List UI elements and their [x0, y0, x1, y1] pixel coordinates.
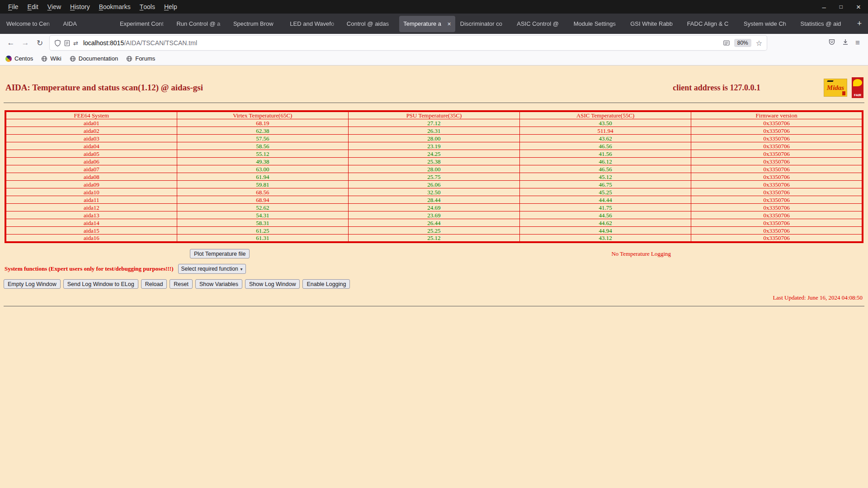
centos-icon [4, 54, 13, 63]
asic-temperature: 46.56 [520, 165, 691, 173]
forward-icon[interactable]: → [18, 36, 33, 50]
menu-edit[interactable]: Edit [23, 0, 43, 14]
tab-led-and-wavefo[interactable]: LED and Wavefo [286, 16, 341, 32]
virtex-temperature: 62.38 [177, 127, 348, 135]
shield-icon[interactable] [54, 40, 61, 47]
tab-label: GSI White Rabb [630, 20, 678, 27]
tab-strip: Welcome to CenAIDAExperiment ContRun Con… [0, 14, 868, 34]
downloads-icon[interactable] [842, 38, 849, 47]
firmware-version: 0x3350706 [691, 165, 863, 173]
bookmark-centos[interactable]: Centos [5, 55, 33, 62]
empty-log-window-button[interactable]: Empty Log Window [4, 279, 61, 289]
fee64-name: aida15 [5, 227, 177, 235]
midas-logo-text: Midas [827, 84, 844, 92]
bookmark-star-icon[interactable]: ☆ [756, 39, 762, 47]
firmware-version: 0x3350706 [691, 150, 863, 158]
tab-label: Statistics @ aid [801, 20, 848, 27]
page-info-icon[interactable] [64, 40, 70, 47]
show-variables-button[interactable]: Show Variables [195, 279, 242, 289]
permissions-icon[interactable]: ⇄ [73, 40, 78, 47]
tab-statistics-aid[interactable]: Statistics @ aid [797, 16, 852, 32]
fee64-name: aida10 [5, 188, 177, 196]
menu-view[interactable]: View [43, 0, 66, 14]
tab-run-control-a[interactable]: Run Control @ a [172, 16, 228, 32]
tab-label: Module Settings [574, 20, 621, 27]
table-body: aida0168.1927.1243.500x3350706aida0262.3… [5, 119, 863, 243]
reload-button[interactable]: Reload [141, 279, 167, 289]
app-menu-icon[interactable]: ≡ [855, 38, 860, 47]
tab-spectrum-brow[interactable]: Spectrum Brow [229, 16, 285, 32]
toolbar-right-icons: ≡ [824, 38, 864, 47]
asic-temperature: 44.44 [520, 196, 691, 204]
psu-temperature: 24.25 [348, 150, 519, 158]
asic-temperature: 46.12 [520, 158, 691, 165]
table-row: aida1458.3126.4444.620x3350706 [5, 219, 863, 227]
window-controls: – □ × [822, 3, 868, 11]
asic-temperature: 41.56 [520, 150, 691, 158]
psu-temperature: 32.50 [348, 188, 519, 196]
page-header: AIDA: Temperature and status scan(1.12) … [0, 66, 868, 98]
bookmark-forums[interactable]: Forums [126, 55, 155, 62]
tab-gsi-white-rabb[interactable]: GSI White Rabb [626, 16, 682, 32]
table-row: aida0262.3826.31511.940x3350706 [5, 127, 863, 135]
post-table-row: Plot Temperature file No Temperature Log… [0, 249, 868, 258]
tab-fadc-align-c[interactable]: FADC Align & C [683, 16, 739, 32]
close-tab-icon[interactable]: × [448, 20, 451, 28]
url-bar[interactable]: ⇄ localhost:8015/AIDA/TSCAN/TSCAN.tml 80… [50, 36, 767, 50]
tab-label: ASIC Control @ [517, 20, 564, 27]
function-select[interactable]: Select required function ▾ [178, 264, 246, 274]
bookmark-documentation[interactable]: Documentation [70, 55, 118, 62]
reader-view-icon[interactable] [723, 40, 730, 46]
tab-module-settings[interactable]: Module Settings [570, 16, 625, 32]
table-row: aida0763.0028.0046.560x3350706 [5, 165, 863, 173]
tab-welcome-to-cen[interactable]: Welcome to Cen [2, 16, 58, 32]
reload-icon[interactable]: ↻ [33, 36, 47, 50]
menu-tools[interactable]: Tools [135, 0, 160, 14]
psu-temperature: 24.69 [348, 204, 519, 211]
client-address: client address is 127.0.0.1 [673, 83, 760, 93]
maximize-icon[interactable]: □ [840, 4, 843, 9]
plot-temperature-button[interactable]: Plot Temperature file [190, 249, 250, 258]
tab-aida[interactable]: AIDA [59, 16, 114, 32]
menu-file[interactable]: File [4, 0, 23, 14]
tab-discriminator-co[interactable]: Discriminator co [456, 16, 512, 32]
virtex-temperature: 68.56 [177, 188, 348, 196]
pocket-icon[interactable] [828, 38, 835, 47]
function-select-value: Select required function [181, 266, 241, 272]
menu-bar: FileEditViewHistoryBookmarksToolsHelp – … [0, 0, 868, 14]
show-log-window-button[interactable]: Show Log Window [245, 279, 300, 289]
tab-system-wide-ch[interactable]: System wide Ch [740, 16, 795, 32]
fee64-name: aida02 [5, 127, 177, 135]
tab-temperature-a[interactable]: Temperature a× [399, 16, 455, 32]
bookmark-wiki[interactable]: Wiki [41, 55, 61, 62]
back-icon[interactable]: ← [4, 36, 18, 50]
menu-history[interactable]: History [66, 0, 94, 14]
new-tab-button[interactable]: + [853, 17, 866, 31]
fee64-name: aida08 [5, 173, 177, 181]
tab-label: Discriminator co [460, 20, 508, 27]
tab-experiment-cont[interactable]: Experiment Cont [116, 16, 171, 32]
system-functions-label: System functions (Expert users only for … [5, 265, 174, 272]
url-path: /AIDA/TSCAN/TSCAN.tml [124, 39, 197, 47]
virtex-temperature: 61.94 [177, 173, 348, 181]
column-header: Firmware version [691, 111, 863, 119]
virtex-temperature: 49.38 [177, 158, 348, 165]
enable-logging-button[interactable]: Enable Logging [302, 279, 350, 289]
close-window-icon[interactable]: × [856, 3, 861, 11]
asic-temperature: 43.12 [520, 235, 691, 243]
menu-bookmarks[interactable]: Bookmarks [94, 0, 135, 14]
tab-label: LED and Wavefo [290, 20, 337, 27]
minimize-icon[interactable]: – [822, 4, 826, 10]
tab-control-aidas[interactable]: Control @ aidas [343, 16, 398, 32]
asic-temperature: 45.25 [520, 188, 691, 196]
tab-label: Control @ aidas [347, 20, 394, 27]
tab-asic-control[interactable]: ASIC Control @ [513, 16, 568, 32]
send-log-window-to-elog-button[interactable]: Send Log Window to ELog [63, 279, 138, 289]
firmware-version: 0x3350706 [691, 158, 863, 165]
asic-temperature: 44.94 [520, 227, 691, 235]
menu-help[interactable]: Help [160, 0, 182, 14]
url-host: localhost:8015 [83, 39, 124, 47]
reset-button[interactable]: Reset [170, 279, 193, 289]
toolbar-spacer [769, 43, 824, 43]
zoom-level[interactable]: 80% [734, 39, 751, 47]
